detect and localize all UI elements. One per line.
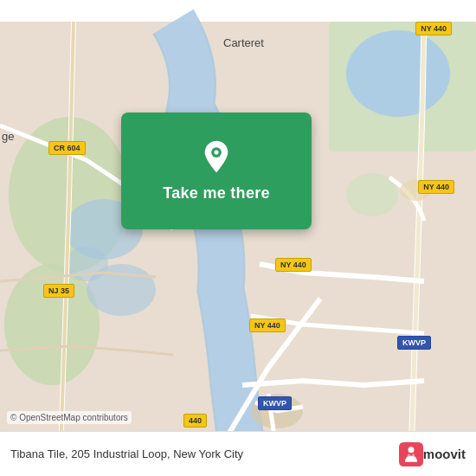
take-me-there-button[interactable]: Take me there xyxy=(121,113,312,229)
map-container: Carteret ge NY 440 NY 440 NY 440 NY 440 … xyxy=(0,0,476,476)
map-background xyxy=(0,0,476,476)
moovit-logo: moovit xyxy=(395,442,466,466)
road-sign-ny440-center: NY 440 xyxy=(275,258,312,272)
moovit-brand-label: moovit xyxy=(423,447,466,461)
road-sign-ny440-lower: NY 440 xyxy=(249,318,286,332)
address-label: Tibana Tile, 205 Industrial Loop, New Yo… xyxy=(10,447,395,460)
svg-point-12 xyxy=(214,151,218,155)
svg-point-2 xyxy=(4,264,100,385)
location-pin-icon xyxy=(198,139,235,176)
road-sign-cr604: CR 604 xyxy=(48,141,86,155)
road-sign-nj35: NJ 35 xyxy=(43,284,74,298)
road-sign-440-bottom: 440 xyxy=(183,414,207,428)
take-me-there-label: Take me there xyxy=(163,184,270,203)
map-attribution: © OpenStreetMap contributors xyxy=(7,411,132,424)
road-sign-ny440-mid: NY 440 xyxy=(418,180,454,194)
svg-point-4 xyxy=(346,30,450,117)
svg-rect-13 xyxy=(399,442,423,466)
bottom-bar: Tibana Tile, 205 Industrial Loop, New Yo… xyxy=(0,431,476,476)
moovit-icon xyxy=(399,442,423,466)
road-sign-kwvp-right: KWVP xyxy=(397,336,431,350)
road-sign-kwvp-lower: KWVP xyxy=(258,396,292,410)
svg-point-14 xyxy=(408,447,414,453)
road-sign-ny440-top: NY 440 xyxy=(415,22,452,35)
